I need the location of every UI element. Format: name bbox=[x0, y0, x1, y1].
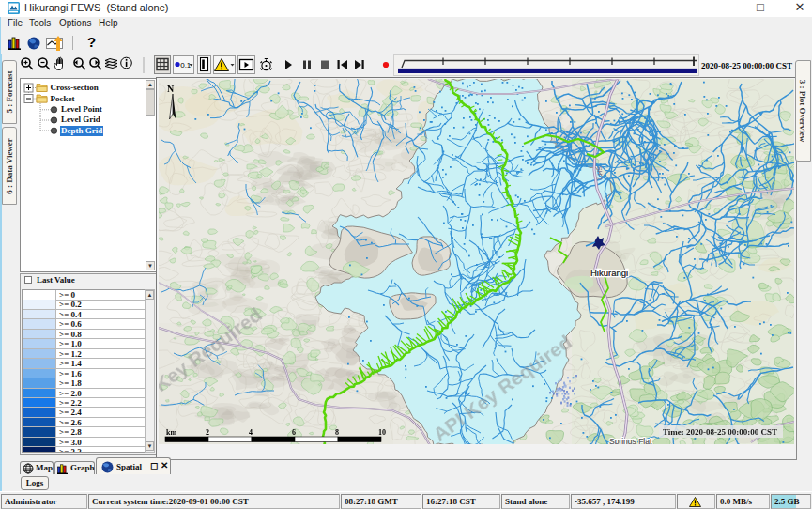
svg-text:10: 10 bbox=[378, 428, 386, 437]
svg-text:6: 6 bbox=[292, 428, 296, 437]
svg-text:4: 4 bbox=[249, 428, 253, 437]
svg-text:SH 1: SH 1 bbox=[596, 166, 604, 181]
svg-text:N: N bbox=[167, 84, 175, 94]
svg-text:0.1: 0.1 bbox=[180, 61, 192, 69]
svg-text:Time: 2020-08-25 00:00:00 CST: Time: 2020-08-25 00:00:00 CST bbox=[663, 427, 777, 437]
svg-text:2020-08-25 00:00:00 CST: 2020-08-25 00:00:00 CST bbox=[701, 61, 792, 70]
svg-text:Springs Flat: Springs Flat bbox=[609, 437, 652, 444]
svg-text:km: km bbox=[166, 428, 176, 437]
svg-text:Hikurangi: Hikurangi bbox=[590, 268, 628, 278]
svg-text:8: 8 bbox=[335, 428, 339, 437]
svg-text:2: 2 bbox=[206, 428, 209, 437]
